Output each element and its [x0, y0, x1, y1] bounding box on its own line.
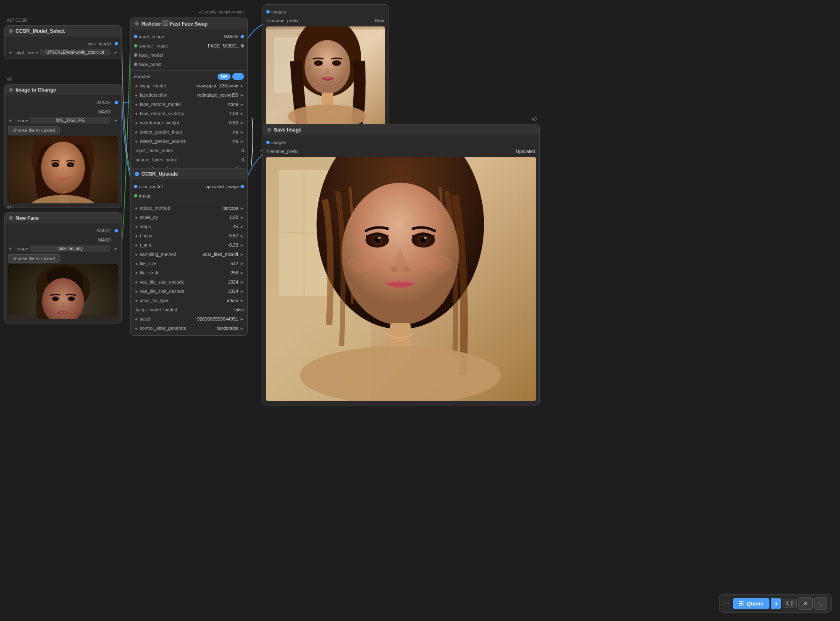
reactor-dgs-arrow-right[interactable]: ► — [240, 139, 244, 144]
ccsr-scale-arrow-right[interactable]: ► — [240, 215, 244, 220]
reactor-checkbox-icon[interactable] — [163, 20, 168, 26]
ccsr-colorfix-arrow-left[interactable]: ◄ — [134, 298, 138, 303]
save-image-title: Save Image — [274, 127, 535, 133]
preview-output-image — [266, 26, 385, 127]
ccsr-vae-dec-arrow-right[interactable]: ► — [240, 289, 244, 294]
ccsr-model-output-row: ccsr_model — [5, 39, 121, 48]
reactor-dgi-arrow-left[interactable]: ◄ — [134, 130, 138, 134]
ccsr-steps-arrow-right[interactable]: ► — [240, 224, 244, 229]
ccsr-tilesize-arrow-left[interactable]: ◄ — [134, 261, 138, 266]
reactor-restore-label: face_restore_model — [140, 102, 189, 107]
ccsr-steps-arrow-left[interactable]: ◄ — [134, 224, 138, 229]
ccsr-tilestride-arrow-left[interactable]: ◄ — [134, 271, 138, 275]
image-arrow-right[interactable]: ► — [114, 118, 118, 123]
image-field-value[interactable]: IMG_2962.JPG — [30, 117, 110, 124]
ckpt-value[interactable]: UPSCALE/real-world_ccsr.ckpt — [40, 49, 110, 55]
ccsr-keeploaded-value: false — [190, 307, 244, 312]
ccsr-seed-arrow-right[interactable]: ► — [240, 317, 244, 321]
ccsr-seed-label: seed — [140, 316, 189, 321]
reactor-restore-arrow-right[interactable]: ► — [240, 102, 244, 107]
reactor-facedetect-row: ◄ facedetection retinaface_resnet50 ► — [131, 90, 247, 100]
ccsr-tmin-arrow-left[interactable]: ◄ — [134, 243, 138, 247]
ccsr-resize-arrow-left[interactable]: ◄ — [134, 206, 138, 211]
ckpt-label: ckpt_name — [16, 50, 38, 55]
reactor-facedet-arrow-right[interactable]: ► — [240, 93, 244, 97]
reactor-enabled-toggle[interactable]: ON — [218, 74, 231, 80]
ccsr-vae-dec-label: vae_tile_size_decode — [140, 289, 189, 294]
ccsr-upscale-ccsr-label: ccsr_model — [139, 184, 205, 189]
reactor-dgi-value: no — [189, 129, 238, 134]
reactor-sfi-label: source_faces_index — [134, 157, 190, 162]
ccsr-control-arrow-right[interactable]: ► — [240, 326, 244, 331]
reactor-swap-arrow-left[interactable]: ◄ — [134, 84, 138, 88]
image-to-change-header: Image to Change — [5, 84, 121, 95]
ccsr-seed-arrow-left[interactable]: ◄ — [134, 317, 138, 321]
close-button[interactable]: ✕ — [798, 597, 813, 610]
reactor-facedet-arrow-left[interactable]: ◄ — [134, 93, 138, 97]
reactor-face-boost-label: face_boost — [139, 62, 244, 67]
upload-button-1[interactable]: choose file to upload — [8, 126, 60, 134]
reactor-title-area: ReActor Fast Face Swap — [142, 20, 207, 27]
reactor-vis-arrow-right[interactable]: ► — [240, 111, 244, 116]
reactor-node: #1 comfyui-reactor-node ReActor Fast Fac… — [130, 17, 248, 176]
ccsr-sampling-arrow-right[interactable]: ► — [240, 252, 244, 257]
preview-image-node: images filename_prefix Raw — [262, 4, 388, 132]
reactor-vis-arrow-left[interactable]: ◄ — [134, 111, 138, 116]
ccsr-model-body: ccsr_model ◄ ckpt_name UPSCALE/real-worl… — [5, 37, 121, 59]
ccsr-tmin-arrow-right[interactable]: ► — [240, 243, 244, 247]
reactor-codeformer-arrow-left[interactable]: ◄ — [134, 121, 138, 125]
ccsr-resize-arrow-right[interactable]: ► — [240, 206, 244, 211]
nf-arrow-right[interactable]: ► — [114, 246, 118, 251]
ccsr-vae-dec-arrow-left[interactable]: ◄ — [134, 289, 138, 294]
ccsr-sampling-row: ◄ sampling_method ccsr_tiled_mixdiff ► — [131, 250, 247, 259]
ccsr-vae-enc-arrow-left[interactable]: ◄ — [134, 280, 138, 284]
ccsr-sampling-arrow-left[interactable]: ◄ — [134, 252, 138, 257]
ccsr-scale-arrow-left[interactable]: ◄ — [134, 215, 138, 220]
nf-image-value[interactable]: catalina3.png — [30, 245, 110, 252]
nf-image-field-row: ◄ image catalina3.png ► — [5, 245, 121, 253]
ccsr-tilesize-arrow-right[interactable]: ► — [240, 261, 244, 266]
ccsr-upscale-ccsr-model-row: ccsr_model upscaled_image — [131, 182, 247, 191]
upload-button-2[interactable]: choose file to upload — [8, 254, 60, 263]
queue-button[interactable]: ☰ Queue — [733, 598, 769, 609]
ccsr-upscale-divider — [131, 202, 247, 202]
ccsr-color-fix-row: ◄ color_fix_type adain ► — [131, 296, 247, 305]
ccsr-control-label: control_after_generate — [140, 326, 189, 331]
counter-down-icon[interactable]: ▼ — [790, 603, 794, 607]
reactor-dgi-arrow-right[interactable]: ► — [240, 130, 244, 134]
nf-arrow-left[interactable]: ◄ — [8, 246, 12, 251]
image-to-change-node: #3 Image to Change IMAGE MASK ◄ image IM… — [4, 84, 122, 208]
ccsr-control-arrow-left[interactable]: ◄ — [134, 326, 138, 331]
ccsr-tmax-arrow-right[interactable]: ► — [240, 234, 244, 238]
reactor-codeformer-arrow-right[interactable]: ► — [240, 121, 244, 125]
ccsr-model-title: CCSR_Model_Select — [16, 28, 117, 34]
ccsr-vae-enc-arrow-right[interactable]: ► — [240, 280, 244, 284]
face-preview-image-2 — [8, 264, 118, 319]
ccsr-resize-value: lanczos — [189, 205, 238, 211]
image-arrow-left[interactable]: ◄ — [8, 118, 12, 123]
reactor-source-connector — [134, 44, 137, 47]
nf-mask-connector — [115, 238, 118, 242]
ccsr-tmax-arrow-left[interactable]: ◄ — [134, 234, 138, 238]
save-filename-row: filename_prefix Upscaled — [263, 147, 539, 155]
queue-dropdown-button[interactable]: ▾ — [771, 598, 781, 609]
reactor-restore-arrow-left[interactable]: ◄ — [134, 102, 138, 107]
expand-button[interactable]: □ — [814, 597, 827, 610]
ccsr-tilestride-arrow-right[interactable]: ► — [240, 271, 244, 275]
toolbar-menu-dots[interactable]: ⋯ — [724, 600, 730, 607]
ccsr-scale-label: scale_by — [140, 215, 189, 220]
ccsr-colorfix-arrow-right[interactable]: ► — [240, 298, 244, 303]
ccsr-model-connector — [115, 42, 118, 45]
ccsr-steps-row: ◄ steps 45 ► — [131, 222, 247, 231]
ccsr-vae-dec-value: 1024 — [189, 289, 238, 294]
queue-chevron-icon: ▾ — [775, 600, 778, 607]
reactor-dgs-arrow-left[interactable]: ◄ — [134, 139, 138, 144]
ckpt-arrow-left[interactable]: ◄ — [8, 50, 12, 55]
reactor-face-model-in-connector — [134, 53, 137, 57]
reactor-source-faces-row: source_faces_index 0 — [131, 155, 247, 164]
reactor-toggle-switch[interactable] — [232, 73, 244, 80]
reactor-swap-arrow-right[interactable]: ► — [240, 84, 244, 88]
ccsr-control-value: randomize — [189, 326, 238, 331]
reactor-restore-vis-row: ◄ face_restore_visibility 1.00 ► — [131, 109, 247, 118]
ckpt-arrow-right[interactable]: ► — [114, 50, 118, 55]
